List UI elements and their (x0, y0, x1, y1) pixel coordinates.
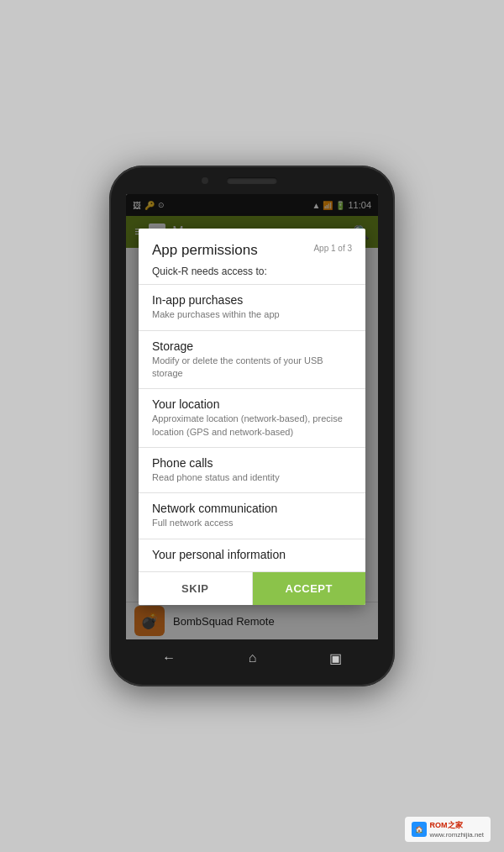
permission-item-inapp: In-app purchases Make purchases within t… (139, 285, 365, 330)
permission-item-location: Your location Approximate location (netw… (139, 389, 365, 448)
nav-bar: ← ⌂ ▣ (126, 643, 378, 673)
permission-item-phone: Phone calls Read phone status and identi… (139, 448, 365, 493)
permission-category-storage: Storage (152, 339, 352, 353)
dialog-app-counter: App 1 of 3 (313, 244, 352, 253)
permission-item-network: Network communication Full network acces… (139, 493, 365, 539)
watermark-cn-label: ROM之家 (430, 820, 484, 831)
watermark-text-block: ROM之家 www.romzhijia.net (430, 820, 484, 839)
back-icon[interactable]: ← (162, 650, 176, 665)
permission-desc-inapp: Make purchases within the app (152, 308, 352, 321)
permission-list: In-app purchases Make purchases within t… (139, 284, 365, 571)
needs-suffix: needs access to: (188, 266, 266, 277)
permissions-dialog: App permissions App 1 of 3 Quick-R needs… (139, 229, 365, 605)
home-icon[interactable]: ⌂ (249, 650, 257, 665)
recent-icon[interactable]: ▣ (329, 650, 342, 666)
permission-desc-location: Approximate location (network-based), pr… (152, 413, 352, 439)
dialog-actions: SKIP ACCEPT (139, 571, 365, 605)
permission-desc-phone: Read phone status and identity (152, 471, 352, 484)
dialog-title: App permissions (152, 242, 258, 259)
permission-item-personal: Your personal information (139, 539, 365, 571)
app-name-label: Quick-R (152, 266, 188, 277)
phone-camera (202, 177, 208, 184)
watermark: 🏠 ROM之家 www.romzhijia.net (405, 817, 491, 842)
phone-body: 🖼 🔑 ⊙ ▲ 📶 🔋 11:04 ≡ ▶ My apps 🔍 App perm… (109, 166, 395, 686)
dialog-header: App permissions App 1 of 3 (139, 229, 365, 266)
watermark-site: www.romzhijia.net (430, 831, 484, 839)
dialog-app-needs: Quick-R needs access to: (139, 266, 365, 284)
phone-screen: 🖼 🔑 ⊙ ▲ 📶 🔋 11:04 ≡ ▶ My apps 🔍 App perm… (126, 194, 378, 639)
permission-desc-storage: Modify or delete the contents of your US… (152, 355, 352, 381)
permission-item-storage: Storage Modify or delete the contents of… (139, 331, 365, 390)
permission-desc-network: Full network access (152, 517, 352, 529)
permission-category-inapp: In-app purchases (152, 293, 352, 307)
dialog-overlay: App permissions App 1 of 3 Quick-R needs… (126, 194, 378, 639)
permission-category-network: Network communication (152, 502, 352, 515)
phone-speaker (227, 177, 277, 184)
permission-category-phone: Phone calls (152, 456, 352, 470)
skip-button[interactable]: SKIP (139, 572, 253, 605)
watermark-logo: 🏠 (412, 822, 427, 837)
permission-category-location: Your location (152, 397, 352, 411)
accept-button[interactable]: ACCEPT (253, 572, 366, 605)
permission-category-personal: Your personal information (152, 548, 352, 561)
